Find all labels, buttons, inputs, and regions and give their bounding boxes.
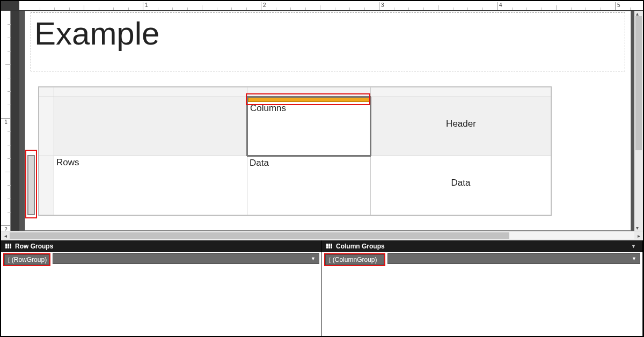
tablix-row-handle-2[interactable] [39, 156, 54, 215]
tablix-col-handle-3[interactable] [371, 87, 551, 97]
column-groups-header[interactable]: Column Groups ▼ [322, 240, 643, 252]
ruler-minor-tick [630, 8, 631, 10]
ruler-minor-tick [423, 8, 424, 10]
ruler-minor-tick [231, 8, 232, 10]
ruler-minor-tick [482, 8, 483, 10]
annotation-highlight-rows [25, 150, 37, 218]
ruler-minor-tick [349, 8, 350, 10]
ruler-minor-tick [69, 8, 70, 10]
vertical-ruler[interactable]: 12 [1, 11, 11, 231]
ruler-row: 12345 [1, 1, 643, 11]
design-canvas[interactable]: Example [19, 11, 643, 231]
row-group-item-label: (RowGroup) [12, 256, 47, 263]
ruler-major-tick: 2 [261, 2, 266, 10]
ruler-minor-tick [453, 8, 453, 10]
row-group-item-ext[interactable]: ▼ [53, 253, 319, 264]
vruler-minor-tick [8, 131, 11, 132]
vruler-minor-tick [8, 38, 11, 38]
vruler-minor-tick [8, 145, 11, 145]
ruler-minor-tick [512, 8, 513, 10]
column-group-item-ext[interactable]: ▼ [387, 253, 640, 264]
tablix-row-handle-1[interactable] [39, 97, 54, 156]
ruler-minor-tick [202, 5, 202, 10]
scroll-down-arrow-icon[interactable]: ▾ [636, 225, 639, 231]
vertical-scroll-thumb[interactable] [635, 16, 642, 150]
header-placeholder-text: Header [446, 119, 476, 129]
ruler-minor-tick [40, 8, 40, 10]
annotation-highlight-rowgroup: [(RowGroup) [3, 253, 50, 266]
ruler-minor-tick [320, 5, 320, 10]
column-group-item-label: (ColumnGroup) [333, 256, 377, 263]
ruler-minor-tick [128, 8, 129, 10]
tablix-corner-handle[interactable] [39, 87, 54, 97]
data-label: Data [247, 157, 370, 170]
ruler-minor-tick [276, 8, 276, 10]
ruler-minor-tick [408, 8, 409, 10]
vruler-minor-tick [8, 91, 11, 92]
report-title-textbox[interactable]: Example [31, 12, 625, 71]
ruler-major-tick: 4 [497, 2, 502, 10]
tablix-header-placeholder-cell[interactable]: Header [371, 97, 551, 156]
ruler-minor-tick [335, 8, 335, 10]
ruler-minor-tick [99, 8, 99, 10]
vruler-minor-tick [8, 158, 11, 159]
row-groups-title: Row Groups [15, 243, 53, 250]
ruler-minor-tick [467, 8, 468, 10]
chevron-down-icon[interactable]: ▼ [311, 256, 316, 261]
data-placeholder-text: Data [451, 178, 471, 188]
column-groups-title: Column Groups [336, 243, 385, 250]
row-groups-header[interactable]: Row Groups [1, 240, 322, 252]
vruler-major-tick: 1 [1, 118, 11, 125]
scroll-right-arrow-icon[interactable]: ▸ [634, 233, 643, 239]
rows-label: Rows [54, 156, 247, 169]
report-page[interactable]: Example [25, 11, 631, 231]
vertical-scrollbar[interactable]: ▴ ▾ [634, 11, 643, 231]
vruler-minor-tick [5, 172, 11, 172]
annotation-highlight-columngroup: [(ColumnGroup) [324, 253, 385, 266]
ruler-major-tick: 1 [143, 2, 148, 10]
grid-icon [5, 244, 12, 249]
tablix-data-placeholder-cell[interactable]: Data [371, 156, 551, 215]
annotation-highlight-columns [246, 93, 370, 105]
horizontal-ruler[interactable]: 12345 [19, 1, 643, 10]
ruler-minor-tick [601, 8, 601, 10]
ruler-minor-tick [246, 8, 247, 10]
ruler-minor-tick [586, 8, 586, 10]
scroll-left-arrow-icon[interactable]: ◂ [1, 233, 10, 239]
grid-icon [326, 244, 333, 249]
expand-icon: [ [8, 257, 10, 263]
groups-panel-menu-button[interactable]: ▼ [629, 244, 638, 249]
column-groups-pane[interactable]: [(ColumnGroup) ▼ [322, 252, 643, 336]
vruler-minor-tick [8, 24, 11, 25]
ruler-minor-tick [217, 8, 217, 10]
ruler-minor-tick [84, 5, 84, 10]
vruler-minor-tick [8, 78, 11, 78]
tablix[interactable]: Columns Header Row [38, 86, 552, 216]
tablix-data-cell[interactable]: Data [247, 156, 371, 215]
tablix-column-group-cell[interactable]: Columns [247, 97, 371, 156]
ruler-minor-tick [556, 5, 557, 10]
tablix-row-group-cell[interactable]: Rows [54, 156, 247, 215]
row-groups-empty-area [1, 267, 321, 336]
vruler-major-tick: 2 [1, 225, 11, 231]
tablix-col-handle-1[interactable] [54, 87, 247, 97]
horizontal-scroll-track[interactable] [10, 232, 634, 239]
ruler-minor-tick [172, 8, 173, 10]
horizontal-scroll-thumb[interactable] [10, 232, 509, 239]
tablix-corner-cell[interactable] [54, 97, 247, 156]
ruler-major-tick: 5 [615, 2, 620, 10]
ruler-minor-tick [571, 8, 572, 10]
horizontal-scrollbar[interactable]: ◂ ▸ [1, 231, 643, 240]
ruler-minor-tick [158, 8, 158, 10]
vruler-minor-tick [8, 51, 11, 52]
row-group-item[interactable]: [(RowGroup) [4, 254, 49, 265]
vruler-minor-tick [8, 105, 11, 105]
ruler-minor-tick [438, 5, 438, 10]
ruler-minor-tick [54, 8, 55, 10]
row-groups-pane[interactable]: [(RowGroup) ▼ [1, 252, 322, 336]
vruler-minor-tick [5, 64, 11, 65]
ruler-major-tick: 3 [379, 2, 384, 10]
ruler-corner [1, 1, 19, 10]
column-group-item[interactable]: [(ColumnGroup) [325, 254, 384, 265]
chevron-down-icon[interactable]: ▼ [632, 256, 636, 261]
